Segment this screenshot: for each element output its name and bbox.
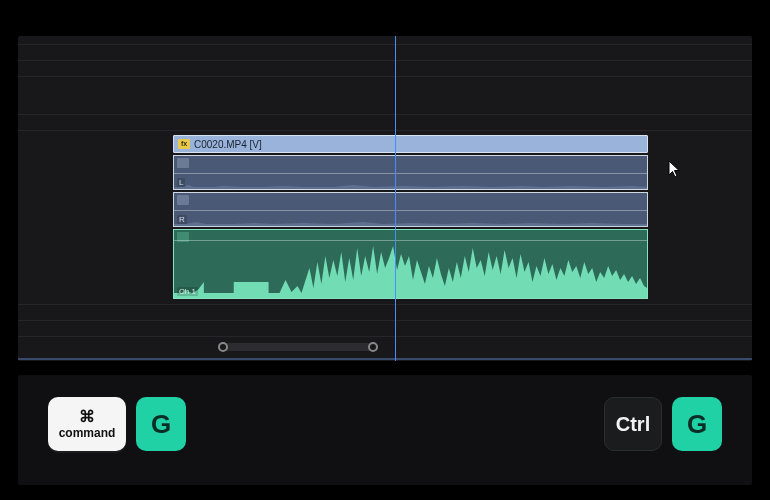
app-frame: fx C0020.MP4 [V] L R: [0, 0, 770, 500]
keycap-g-label: G: [151, 409, 171, 440]
keycap-g-label: G: [687, 409, 707, 440]
track-divider: [18, 60, 752, 61]
track-divider: [18, 44, 752, 45]
shortcut-win: Ctrl G: [604, 397, 722, 451]
track-divider: [18, 114, 752, 115]
track-divider: [18, 336, 752, 337]
mouse-cursor-icon: [668, 160, 684, 180]
audio-clip-left[interactable]: L: [173, 155, 648, 190]
timeline-panel[interactable]: fx C0020.MP4 [V] L R: [18, 36, 752, 361]
keycap-g-win: G: [672, 397, 722, 451]
command-label: command: [59, 426, 116, 440]
ctrl-label: Ctrl: [616, 413, 650, 436]
command-symbol-icon: ⌘: [79, 410, 95, 424]
playhead[interactable]: [395, 36, 396, 361]
shortcut-overlay: ⌘ command G Ctrl G: [18, 375, 752, 485]
zoom-handle-right[interactable]: [368, 342, 378, 352]
audio-center-line: [174, 173, 647, 174]
channel-label-ch1: Ch 1: [177, 287, 198, 296]
fx-badge-icon: fx: [178, 139, 190, 149]
keycap-command: ⌘ command: [48, 397, 126, 451]
track-divider: [18, 76, 752, 77]
keycap-ctrl: Ctrl: [604, 397, 662, 451]
zoom-scrollbar[interactable]: [218, 343, 378, 351]
track-divider: [18, 304, 752, 305]
video-clip-label: C0020.MP4 [V]: [194, 139, 262, 150]
audio-clip-ch1[interactable]: Ch 1: [173, 229, 648, 299]
waveform-ch1: [174, 238, 647, 298]
track-divider: [18, 320, 752, 321]
shortcut-mac: ⌘ command G: [48, 397, 186, 451]
zoom-handle-left[interactable]: [218, 342, 228, 352]
keycap-g-mac: G: [136, 397, 186, 451]
audio-clip-right[interactable]: R: [173, 192, 648, 227]
audio-center-line: [174, 210, 647, 211]
work-area-bar: [18, 358, 752, 360]
waveform-left: [174, 175, 647, 189]
keyframe-badge-icon: [177, 195, 189, 205]
channel-label-right: R: [177, 215, 187, 224]
track-divider: [18, 130, 752, 131]
channel-label-left: L: [177, 178, 185, 187]
waveform-right: [174, 212, 647, 226]
video-clip[interactable]: fx C0020.MP4 [V]: [173, 135, 648, 153]
keyframe-badge-icon: [177, 158, 189, 168]
